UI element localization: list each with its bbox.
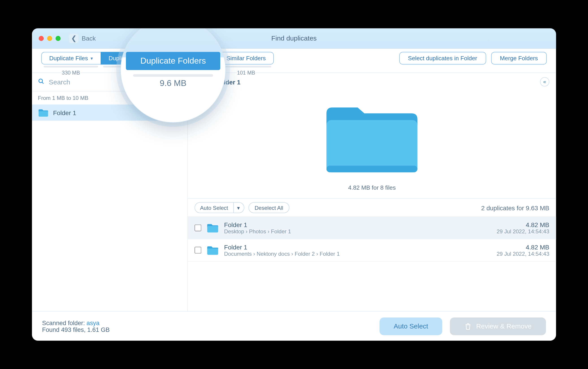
select-checkbox[interactable] bbox=[195, 225, 201, 231]
svg-point-0 bbox=[39, 79, 42, 82]
folder-icon bbox=[206, 245, 219, 256]
auto-select-button[interactable]: Auto Select bbox=[195, 202, 233, 213]
back-label: Back bbox=[82, 35, 96, 42]
duplicate-name: Folder 1 bbox=[224, 221, 291, 228]
folder-icon bbox=[206, 222, 219, 233]
maximize-window-icon[interactable] bbox=[56, 36, 61, 41]
svg-line-1 bbox=[42, 82, 43, 83]
svg-rect-2 bbox=[39, 111, 48, 117]
chevron-double-left-icon: « bbox=[543, 79, 546, 85]
folder-name: Folder 1 bbox=[53, 109, 140, 116]
svg-rect-4 bbox=[326, 165, 418, 172]
duplicate-path: Desktop › Photos › Folder 1 bbox=[224, 228, 291, 235]
close-window-icon[interactable] bbox=[39, 36, 44, 41]
tab-duplicate-files[interactable]: Duplicate Files ▾ bbox=[41, 52, 101, 64]
chevron-down-icon: ▾ bbox=[237, 205, 240, 211]
duplicate-date: 29 Jul 2022, 14:54:43 bbox=[497, 251, 549, 257]
lens-size-bar bbox=[133, 74, 213, 77]
duplicate-row[interactable]: Folder 1 Desktop › Photos › Folder 1 4.8… bbox=[188, 217, 556, 239]
tab-label: Similar Folders bbox=[226, 55, 266, 62]
auto-select-split-button: Auto Select ▾ bbox=[195, 202, 244, 213]
duplicate-date: 29 Jul 2022, 14:54:43 bbox=[497, 228, 549, 235]
lens-tab-label: Duplicate Folders bbox=[126, 52, 220, 70]
chevron-down-icon: ▾ bbox=[91, 56, 93, 61]
scanned-folder-label: Scanned folder: bbox=[42, 319, 85, 326]
footer: Scanned folder: asya Found 493 files, 1.… bbox=[32, 311, 556, 341]
duplicate-path: Documents › Nektony docs › Folder 2 › Fo… bbox=[224, 251, 340, 257]
folder-icon bbox=[38, 108, 49, 117]
svg-rect-3 bbox=[326, 120, 418, 172]
footer-auto-select-button[interactable]: Auto Select bbox=[379, 317, 442, 335]
tab-progress-bar bbox=[44, 66, 98, 68]
duplicates-count: 2 duplicates for 9.63 MB bbox=[481, 204, 549, 211]
back-button[interactable]: ❮ Back bbox=[69, 34, 96, 43]
select-duplicates-in-folder-button[interactable]: Select duplicates in Folder bbox=[399, 52, 486, 64]
svg-rect-5 bbox=[207, 226, 218, 232]
duplicate-size: 4.82 MB bbox=[497, 221, 549, 228]
chevron-left-icon: ❮ bbox=[69, 34, 78, 43]
duplicate-row[interactable]: Folder 1 Documents › Nektony docs › Fold… bbox=[188, 239, 556, 262]
app-window: ❮ Back Find duplicates Duplicate Files ▾… bbox=[32, 29, 556, 341]
window-controls bbox=[39, 36, 61, 41]
search-icon bbox=[38, 78, 45, 86]
collapse-panel-button[interactable]: « bbox=[540, 77, 549, 86]
content: From 1 MB to 10 MB Folder 1 9.63 MB 2 Fo… bbox=[32, 73, 556, 311]
tab-similar-folders[interactable]: Similar Folders bbox=[219, 52, 274, 64]
preview-summary: 4.82 MB for 8 files bbox=[348, 184, 396, 191]
auto-select-menu-button[interactable]: ▾ bbox=[233, 202, 244, 213]
preview-header: Folder: Folder 1 « bbox=[188, 73, 556, 89]
folder-preview: 4.82 MB for 8 files bbox=[188, 89, 556, 198]
duplicate-name: Folder 1 bbox=[224, 243, 340, 251]
folder-large-icon bbox=[321, 96, 422, 176]
review-and-remove-button[interactable]: Review & Remove bbox=[450, 317, 546, 335]
review-remove-label: Review & Remove bbox=[476, 322, 532, 330]
scan-summary: Scanned folder: asya Found 493 files, 1.… bbox=[42, 319, 110, 333]
titlebar: ❮ Back Find duplicates bbox=[32, 29, 556, 49]
scan-stats: Found 493 files, 1.61 GB bbox=[42, 326, 110, 333]
minimize-window-icon[interactable] bbox=[47, 36, 52, 41]
duplicates-toolbar: Auto Select ▾ Deselect All 2 duplicates … bbox=[188, 198, 556, 217]
duplicate-size: 4.82 MB bbox=[497, 243, 549, 251]
merge-folders-button[interactable]: Merge Folders bbox=[491, 52, 547, 64]
tab-size-label: 330 MB bbox=[41, 70, 101, 76]
deselect-all-button[interactable]: Deselect All bbox=[248, 202, 290, 213]
svg-rect-6 bbox=[207, 248, 218, 255]
lens-size-label: 9.6 MB bbox=[160, 78, 187, 88]
main-panel: Folder: Folder 1 « 4.82 MB for 8 files bbox=[188, 73, 556, 311]
toolbar: Duplicate Files ▾ 330 MB Duplicate Folde… bbox=[32, 49, 556, 73]
tab-label: Duplicate Files bbox=[49, 55, 88, 62]
select-checkbox[interactable] bbox=[195, 247, 201, 254]
tab-progress-bar bbox=[221, 66, 271, 68]
window-title: Find duplicates bbox=[32, 34, 556, 42]
trash-icon bbox=[464, 322, 472, 330]
scanned-folder-link[interactable]: asya bbox=[86, 319, 99, 326]
